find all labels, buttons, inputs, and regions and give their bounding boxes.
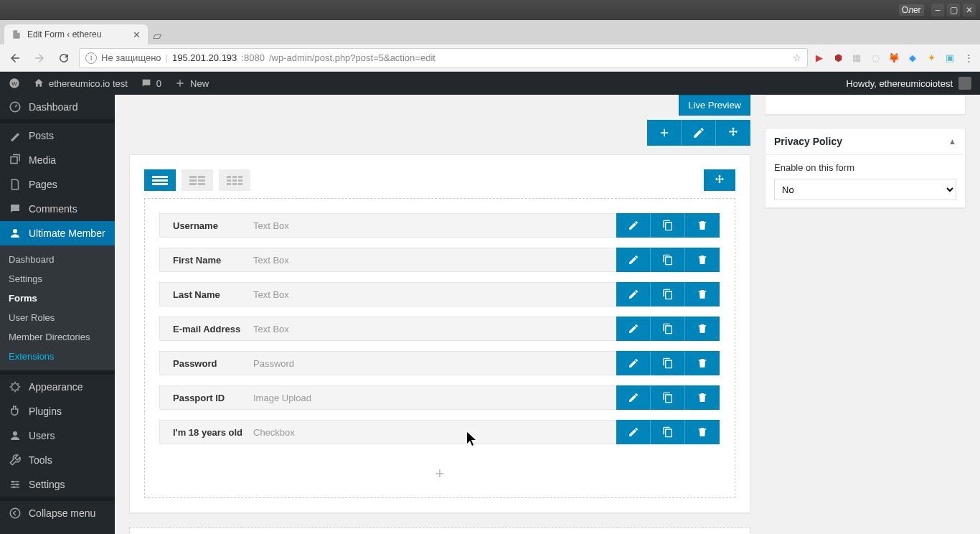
nav-back-button[interactable] xyxy=(6,49,24,67)
browser-tabstrip: Edit Form ‹ ethereu ✕ ▱ xyxy=(0,20,980,44)
field-edit-button[interactable] xyxy=(616,385,651,410)
wp-logo-icon[interactable]: W xyxy=(9,78,20,89)
menu-collapse[interactable]: Collapse menu xyxy=(0,501,115,525)
field-edit-button[interactable] xyxy=(616,351,651,375)
site-link[interactable]: ethereumico.io test xyxy=(33,78,128,89)
window-maximize-icon[interactable]: ▢ xyxy=(947,4,960,17)
new-link[interactable]: New xyxy=(174,78,209,89)
menu-posts[interactable]: Posts xyxy=(0,123,115,148)
field-row[interactable]: E-mail AddressText Box xyxy=(159,317,720,341)
field-duplicate-button[interactable] xyxy=(651,385,685,410)
field-delete-button[interactable] xyxy=(685,282,720,306)
ext-icon-8[interactable]: ▣ xyxy=(944,52,956,64)
field-row[interactable]: Passport IDImage Upload xyxy=(159,385,720,410)
window-minimize-icon[interactable]: – xyxy=(931,4,944,17)
menu-plugins[interactable]: Plugins xyxy=(0,399,115,423)
field-duplicate-button[interactable] xyxy=(651,282,685,306)
field-edit-button[interactable] xyxy=(616,282,651,306)
field-type: Password xyxy=(253,358,294,369)
address-bar[interactable]: i Не защищено | 195.201.20.193:8080/wp-a… xyxy=(79,48,808,68)
field-duplicate-button[interactable] xyxy=(651,420,685,444)
menu-pages[interactable]: Pages xyxy=(0,172,115,197)
site-info-icon[interactable]: i xyxy=(85,52,97,64)
field-row[interactable]: Last NameText Box xyxy=(159,282,720,306)
field-duplicate-button[interactable] xyxy=(651,351,685,375)
submenu-user-roles[interactable]: User Roles xyxy=(0,308,115,327)
field-duplicate-button[interactable] xyxy=(651,317,685,341)
menu-dashboard[interactable]: Dashboard xyxy=(0,95,115,119)
ext-icon-5[interactable]: 🦊 xyxy=(888,52,900,64)
move-section-button[interactable] xyxy=(704,169,735,191)
submenu-settings[interactable]: Settings xyxy=(0,269,115,289)
field-duplicate-button[interactable] xyxy=(651,213,685,238)
menu-appearance[interactable]: Appearance xyxy=(0,375,115,399)
menu-settings[interactable]: Settings xyxy=(0,472,115,497)
field-delete-button[interactable] xyxy=(685,351,720,375)
field-edit-button[interactable] xyxy=(616,420,651,444)
add-section-placeholder[interactable]: + xyxy=(129,528,750,534)
submenu-extensions[interactable]: Extensions xyxy=(0,347,115,366)
field-delete-button[interactable] xyxy=(685,317,720,341)
tab-close-icon[interactable]: ✕ xyxy=(133,29,141,40)
layout-3col-tab[interactable] xyxy=(219,169,250,191)
menu-media[interactable]: Media xyxy=(0,148,115,172)
field-duplicate-button[interactable] xyxy=(651,248,685,272)
field-row[interactable]: UsernameText Box xyxy=(159,213,720,238)
browser-menu-icon[interactable]: ⋮ xyxy=(963,52,974,64)
add-field-button[interactable]: + xyxy=(159,454,720,483)
ext-icon-3[interactable]: ▦ xyxy=(851,52,862,64)
content-area: Live Preview xyxy=(115,95,980,534)
browser-tab[interactable]: Edit Form ‹ ethereu ✕ xyxy=(4,24,148,44)
menu-users[interactable]: Users xyxy=(0,423,115,448)
url-port: :8080 xyxy=(241,52,265,63)
menu-comments[interactable]: Comments xyxy=(0,197,115,221)
collapsed-panel[interactable] xyxy=(765,95,966,115)
ext-icon-7[interactable]: ✦ xyxy=(925,52,937,64)
submenu-member-directories[interactable]: Member Directories xyxy=(0,327,115,347)
ext-icon-2[interactable]: ⬢ xyxy=(832,52,844,64)
add-row-button[interactable] xyxy=(647,120,682,146)
layout-2col-tab[interactable] xyxy=(182,169,213,191)
edit-row-button[interactable] xyxy=(682,120,716,146)
privacy-panel-header[interactable]: Privacy Policy ▲ xyxy=(765,128,965,155)
window-close-icon[interactable]: ✕ xyxy=(963,4,976,17)
field-row[interactable]: First NameText Box xyxy=(159,248,720,272)
layout-1col-tab[interactable] xyxy=(144,169,176,191)
field-edit-button[interactable] xyxy=(616,317,651,341)
field-row[interactable]: PasswordPassword xyxy=(159,351,720,375)
field-delete-button[interactable] xyxy=(685,213,720,238)
bookmark-star-icon[interactable]: ☆ xyxy=(793,52,801,63)
avatar[interactable] xyxy=(958,77,971,90)
page-favicon-icon xyxy=(11,29,22,39)
nav-forward-button[interactable] xyxy=(30,49,49,67)
live-preview-button[interactable]: Live Preview xyxy=(679,95,750,116)
svg-point-8 xyxy=(12,481,14,483)
submenu-dashboard[interactable]: Dashboard xyxy=(0,250,115,269)
field-edit-button[interactable] xyxy=(616,248,651,272)
field-delete-button[interactable] xyxy=(685,420,720,444)
os-user-label: Олег xyxy=(899,4,924,16)
field-type: Text Box xyxy=(253,220,289,231)
move-row-button[interactable] xyxy=(716,120,750,146)
panel-toggle-icon[interactable]: ▲ xyxy=(948,137,956,146)
new-tab-button[interactable]: ▱ xyxy=(148,26,166,44)
comments-link[interactable]: 0 xyxy=(141,78,161,89)
menu-ultimate-member[interactable]: Ultimate Member xyxy=(0,221,115,245)
svg-point-9 xyxy=(17,484,19,486)
url-host: 195.201.20.193 xyxy=(172,52,237,63)
field-delete-button[interactable] xyxy=(685,385,720,410)
field-type: Text Box xyxy=(253,324,289,334)
svg-point-3 xyxy=(13,229,17,233)
menu-tools[interactable]: Tools xyxy=(0,448,115,472)
privacy-select[interactable]: No xyxy=(774,179,956,200)
row-controls xyxy=(129,120,750,146)
field-row[interactable]: I'm 18 years oldCheckbox xyxy=(159,420,720,444)
howdy-text[interactable]: Howdy, ethereumicoiotest xyxy=(846,78,953,89)
nav-reload-button[interactable] xyxy=(55,49,73,67)
ext-icon-4[interactable]: ◌ xyxy=(870,52,881,64)
field-delete-button[interactable] xyxy=(685,248,720,272)
ext-icon-1[interactable]: ▶ xyxy=(814,52,825,64)
submenu-forms[interactable]: Forms xyxy=(0,289,115,308)
field-edit-button[interactable] xyxy=(616,213,651,238)
ext-icon-6[interactable]: ◆ xyxy=(907,52,918,64)
